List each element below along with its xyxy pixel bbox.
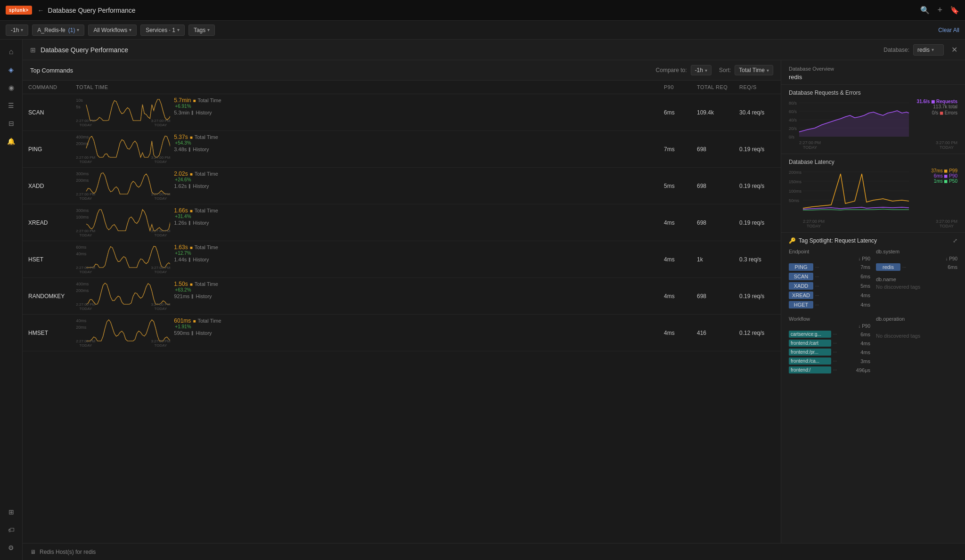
bottom-bar: 🖥 Redis Host(s) for redis [23,543,965,560]
redis-chip[interactable]: redis [876,263,900,271]
cmd-name-cell: PING [23,131,70,168]
workflows-arrow-icon: ▾ [129,27,131,32]
ping-chip[interactable]: PING [789,263,813,271]
bookmark-icon[interactable]: 🔖 [950,6,959,15]
col-reqs: REQ/S [734,81,781,94]
endpoint-item-xread: XREAD ··· 4ms [789,292,870,299]
hget-dots: ··· [815,302,819,308]
req-s-cell: 0.19 req/s [734,131,781,168]
table-area: Top Commands Compare to: -1h ▾ Sort: Tot… [23,60,781,543]
requests-val: 31.6/s [917,99,930,104]
bottom-bar-icon: 🖥 [30,549,36,555]
workflow-item-cart: cartservice:g... ··· 6ms [789,331,870,338]
xread-chip[interactable]: XREAD [789,292,813,299]
table-row[interactable]: XREAD 300ms100ms 2:27:00 PMTODAY 3:27:00… [23,204,781,241]
sort-value: Total Time [739,67,765,73]
splunk-logo[interactable]: splunk> [6,6,32,15]
pr-chip[interactable]: frontend:/pr... [789,349,831,356]
close-button[interactable]: ✕ [951,45,957,54]
p90-cell: 5ms [658,168,691,204]
ca-val: 3ms [860,358,870,364]
total-req-cell: 698 [691,278,734,315]
xread-dots: ··· [815,293,819,298]
tag-spotlight-expand-icon[interactable]: ⤢ [953,237,957,244]
svg-text:40/s: 40/s [789,118,797,122]
sidebar-item-settings[interactable]: ⚙ [3,539,20,556]
sidebar: ⌂ ◈ ◉ ☰ ⊟ 🔔 ⊞ 🏷 ⚙ [0,40,23,560]
table-row[interactable]: HMSET 40ms20ms 2:27:00 PMTODAY 3:27:00 P… [23,315,781,351]
col-command: COMMAND [23,81,70,94]
cmd-name-cell: XADD [23,168,70,204]
table-row[interactable]: HSET 60ms40ms 2:27:00 PMTODAY 3:27:00 PM… [23,241,781,278]
latency-legend: 37ms ◼ P99 6ms ◼ P90 1ms ◼ P50 [931,168,957,184]
ca-chip[interactable]: frontend:/ca... [789,357,831,365]
sidebar-item-home[interactable]: ⌂ [3,43,20,60]
sidebar-item-tags[interactable]: 🏷 [3,521,20,538]
services-value: Services · 1 [146,27,175,33]
table-row[interactable]: XADD 300ms200ms 2:27:00 PMTODAY 3:27:00 … [23,168,781,204]
filter-bar: -1h ▾ A_Redis-fe (1) ▾ All Workflows ▾ S… [0,21,965,40]
services-filter[interactable]: Services · 1 ▾ [140,24,185,36]
db-system-col-title: db.system [876,249,957,254]
cart2-dots: ··· [833,341,837,346]
workflows-filter[interactable]: All Workflows ▾ [88,24,137,36]
table-row[interactable]: SCAN 10s5s 2:27:00 PMTODAY 3:27:00 PMTOD… [23,94,781,131]
p90-cell: 4ms [658,204,691,241]
xread-val: 4ms [860,292,870,298]
total-time-cell: 10s5s 2:27:00 PMTODAY 3:27:00 PMTODAY 5.… [70,94,658,131]
bottom-bar-label: Redis Host(s) for redis [40,549,96,555]
total-req-cell: 416 [691,315,734,351]
cmd-name-cell: SCAN [23,94,70,131]
xadd-chip[interactable]: XADD [789,282,813,290]
clear-all-button[interactable]: Clear All [938,27,959,33]
pr-val: 4ms [860,349,870,355]
compare-select[interactable]: -1h ▾ [691,65,711,75]
svg-text:0/s: 0/s [789,135,795,139]
root-dots: ··· [833,367,837,373]
sidebar-item-alerts[interactable]: 🔔 [3,133,20,150]
sidebar-item-infra[interactable]: ◉ [3,79,20,96]
svg-text:150ms: 150ms [789,179,802,184]
sidebar-item-apm[interactable]: ◈ [3,61,20,78]
cmd-name-cell: HSET [23,241,70,278]
table-row[interactable]: RANDOMKEY 400ms200ms 2:27:00 PMTODAY 3:2… [23,278,781,315]
add-icon[interactable]: + [937,5,942,15]
cart-val: 6ms [860,332,870,337]
commands-table: COMMAND TOTAL TIME P90 TOTAL REQ REQ/S S… [23,81,781,351]
sidebar-item-logs[interactable]: ☰ [3,97,20,114]
service-filter[interactable]: A_Redis-fe (1) ▾ [32,24,84,36]
back-arrow-icon[interactable]: ← [38,7,44,14]
sidebar-item-dashboards[interactable]: ⊟ [3,115,20,132]
workflow-item-ca: frontend:/ca... ··· 3ms [789,357,870,365]
sort-select[interactable]: Total Time ▾ [735,65,773,75]
panel-icon: ⊞ [30,46,36,54]
svg-marker-10 [799,111,909,137]
cart-dots: ··· [833,332,837,337]
workflow-item-cart2: frontend:/cart ··· 4ms [789,340,870,347]
scan-chip[interactable]: SCAN [789,273,813,280]
total-time-cell: 60ms40ms 2:27:00 PMTODAY 3:27:00 PMTODAY… [70,241,658,278]
hget-val: 4ms [860,302,870,308]
database-arrow-icon: ▾ [932,47,934,52]
cart2-chip[interactable]: frontend:/cart [789,340,831,347]
cmd-name: PING [28,146,42,153]
root-chip[interactable]: frontend:/ [789,366,831,373]
search-icon[interactable]: 🔍 [920,6,930,15]
errors-val: 0/s [932,110,938,115]
requests-legend: 31.6/s ◼ Requests 113.7k total 0/s ◼ Err… [917,99,957,115]
tags-filter[interactable]: Tags ▾ [188,24,215,36]
cmd-name-cell: HMSET [23,315,70,351]
time-filter[interactable]: -1h ▾ [6,24,28,36]
compare-arrow-icon: ▾ [705,68,707,73]
cmd-name: HSET [28,256,43,263]
cmd-name: SCAN [28,109,44,116]
table-row[interactable]: PING 400ms200ms 2:27:00 PMTODAY 3:27:00 … [23,131,781,168]
db-operation-col-title: db.operation [876,316,957,322]
cart-chip[interactable]: cartservice:g... [789,331,831,338]
hget-chip[interactable]: HGET [789,301,813,308]
db-system-item-redis: redis ··· 6ms [876,263,957,271]
latency-chart-title: Database Latency [789,159,957,165]
latency-chart-section: Database Latency 37ms ◼ P99 6ms ◼ P90 1m… [781,154,965,233]
sidebar-item-apps[interactable]: ⊞ [3,503,20,520]
database-select[interactable]: redis ▾ [913,44,944,56]
